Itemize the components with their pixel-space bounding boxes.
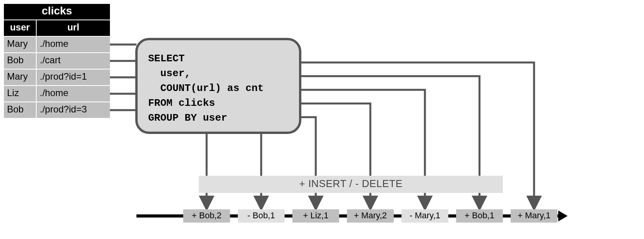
- stream-event-label: - Bob,1: [248, 210, 275, 220]
- stream-event-label: + Bob,2: [192, 210, 221, 220]
- clicks-table: clicksuserurlMary./homeBob./cartMary./pr…: [4, 4, 110, 118]
- sql-code-line: COUNT(url) as cnt: [148, 82, 264, 94]
- table-cell: ./home: [40, 38, 68, 49]
- table-cell: Mary: [7, 38, 28, 49]
- banner-label: + INSERT / - DELETE: [299, 178, 402, 189]
- stream-event-label: + Mary,2: [354, 210, 387, 220]
- table-column-header: user: [10, 22, 30, 32]
- sql-code-line: user,: [148, 68, 191, 79]
- stream-event-label: - Mary,1: [409, 210, 440, 220]
- insert-delete-banner: + INSERT / - DELETE: [199, 176, 503, 193]
- table-cell: ./prod?id=3: [40, 104, 87, 114]
- sql-query-node: SELECT user, COUNT(url) as cntFROM click…: [136, 39, 300, 133]
- arrow-right-icon: [558, 210, 568, 221]
- table-cell: ./prod?id=1: [40, 71, 87, 82]
- connector-arrow: [300, 117, 316, 208]
- stream-event-label: + Liz,1: [303, 210, 328, 220]
- stream-event-label: + Mary,1: [518, 210, 551, 220]
- table-cell: Bob: [7, 104, 24, 114]
- table-cell: Liz: [7, 87, 19, 98]
- table-cell: ./home: [40, 87, 68, 98]
- sql-code-line: SELECT: [148, 53, 185, 64]
- table-cell: Bob: [7, 55, 24, 65]
- output-stream-timeline: + Bob,2- Bob,1+ Liz,1+ Mary,2- Mary,1+ B…: [136, 209, 568, 223]
- table-cell: ./cart: [40, 55, 61, 65]
- stream-event-label: + Bob,1: [465, 210, 494, 220]
- sql-code-line: GROUP BY user: [148, 112, 227, 124]
- table-cell: Mary: [7, 71, 28, 82]
- table-title: clicks: [42, 5, 72, 17]
- table-column-header: url: [67, 22, 80, 32]
- sql-code-line: FROM clicks: [148, 97, 215, 109]
